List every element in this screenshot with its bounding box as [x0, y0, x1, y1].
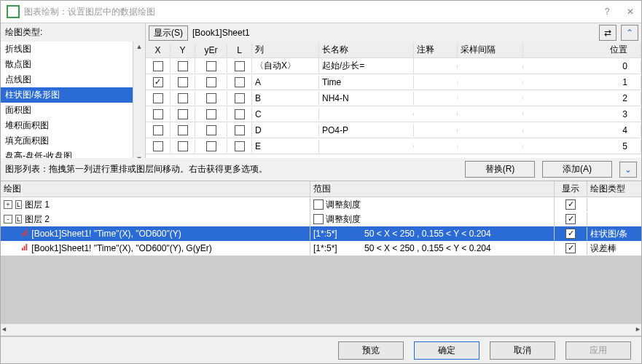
sheet-label: [Book1]Sheet1	[192, 28, 595, 38]
preview-button[interactable]: 预览	[338, 341, 404, 360]
expand-toggle[interactable]: +	[4, 200, 12, 209]
checkbox[interactable]	[153, 125, 163, 135]
show-checkbox[interactable]	[565, 199, 576, 210]
plot-type-item[interactable]: 点线图	[1, 72, 133, 87]
grid-row[interactable]: 〈自动X〉起始/步长=0	[146, 58, 641, 74]
data-panel: 显示(S) [Book1]Sheet1 ⇄ ⌃ X Y yEr L 列 长名称 …	[146, 23, 641, 158]
checkbox[interactable]	[178, 61, 188, 71]
layer-icon: L	[15, 215, 22, 223]
plot-type-item[interactable]: 面积图	[1, 103, 133, 118]
plot-icon	[21, 229, 29, 237]
svg-rect-1	[24, 232, 26, 236]
checkbox[interactable]	[206, 61, 216, 71]
show-checkbox[interactable]	[565, 229, 576, 239]
grid-row[interactable]: BNH4-N2	[146, 90, 641, 106]
checkbox[interactable]	[206, 77, 216, 87]
hdr-type[interactable]: 绘图类型	[587, 181, 641, 197]
plot-type-list[interactable]: 折线图散点图点线图柱状图/条形图面积图堆积面积图填充面积图盘高-盘低-收盘图	[1, 41, 133, 164]
hdr-show[interactable]: 显示	[555, 181, 587, 197]
hdr-plot[interactable]: 绘图	[1, 181, 310, 197]
col-y[interactable]: Y	[171, 44, 195, 57]
hdr-range[interactable]: 范围	[310, 181, 555, 197]
titlebar: 图表绘制：设置图层中的数据绘图 ? ✕	[1, 1, 641, 23]
checkbox[interactable]	[235, 109, 245, 119]
checkbox[interactable]	[206, 141, 216, 151]
collapse-icon[interactable]: ⌃	[621, 25, 638, 41]
plot-icon	[21, 243, 29, 251]
col-sampling[interactable]: 采样间隔	[458, 42, 523, 58]
col-x[interactable]: X	[146, 44, 171, 57]
close-button[interactable]: ✕	[625, 7, 635, 17]
apply-button[interactable]: 应用	[565, 341, 631, 360]
svg-rect-4	[24, 246, 26, 250]
checkbox[interactable]	[153, 109, 163, 119]
ok-button[interactable]: 确定	[414, 341, 479, 360]
col-longname[interactable]: 长名称	[319, 42, 414, 58]
checkbox[interactable]	[153, 141, 163, 151]
plot-list-label: 图形列表：拖拽第一列进行重排或图层间移动。右击获得更多选项。	[5, 163, 458, 175]
replace-button[interactable]: 替换(R)	[465, 161, 535, 178]
plot-type-panel: 绘图类型: 折线图散点图点线图柱状图/条形图面积图堆积面积图填充面积图盘高-盘低…	[1, 23, 146, 158]
footer: 预览 确定 取消 应用	[1, 336, 641, 363]
scroll-right-icon[interactable]: ►	[635, 324, 641, 336]
checkbox[interactable]	[235, 141, 245, 151]
checkbox[interactable]	[235, 125, 245, 135]
plot-type-item[interactable]: 填充面积图	[1, 133, 133, 149]
checkbox[interactable]	[178, 77, 188, 87]
scroll-left-icon[interactable]: ◄	[1, 324, 7, 336]
checkbox[interactable]	[235, 93, 245, 103]
checkbox[interactable]	[235, 61, 245, 71]
svg-rect-3	[22, 248, 23, 250]
checkbox[interactable]	[153, 61, 163, 71]
layer-row[interactable]: -L 图层 2 调整刻度	[1, 212, 641, 226]
layer-row[interactable]: +L 图层 1 调整刻度	[1, 197, 641, 212]
grid-row[interactable]: DPO4-P4	[146, 122, 641, 138]
help-button[interactable]: ?	[602, 7, 612, 17]
plot-type-item[interactable]: 柱状图/条形图	[1, 87, 133, 103]
scroll-up-icon[interactable]: ▲	[133, 41, 145, 52]
mid-bar: 图形列表：拖拽第一列进行重排或图层间移动。右击获得更多选项。 替换(R) 添加(…	[1, 158, 641, 181]
expand-toggle[interactable]: -	[4, 215, 12, 223]
adjust-checkbox[interactable]	[313, 214, 324, 224]
plot-entry[interactable]: [Book1]Sheet1! "Time"(X), "OD600"(Y)[1*:…	[1, 226, 641, 241]
plot-type-item[interactable]: 折线图	[1, 41, 133, 57]
h-scrollbar[interactable]: ◄ ►	[1, 323, 641, 336]
checkbox[interactable]	[178, 125, 188, 135]
checkbox[interactable]	[206, 93, 216, 103]
checkbox[interactable]	[178, 109, 188, 119]
expand-icon[interactable]: ⌄	[619, 162, 637, 178]
plot-list: 绘图 范围 显示 绘图类型 +L 图层 1 调整刻度-L 图层 2 调整刻度 […	[1, 181, 641, 336]
checkbox[interactable]	[153, 77, 163, 87]
grid-header: X Y yEr L 列 长名称 注释 采样间隔 位置	[146, 42, 641, 58]
checkbox[interactable]	[235, 77, 245, 87]
plot-type-scrollbar[interactable]: ▲ ▼	[133, 41, 145, 164]
col-name[interactable]: 列	[252, 42, 319, 58]
plot-type-label: 绘图类型:	[1, 23, 145, 41]
grid-row[interactable]: C3	[146, 106, 641, 122]
plot-list-header: 绘图 范围 显示 绘图类型	[1, 181, 641, 197]
show-button[interactable]: 显示(S)	[149, 25, 188, 41]
swap-icon[interactable]: ⇄	[599, 25, 616, 41]
plot-type-item[interactable]: 堆积面积图	[1, 118, 133, 133]
grid-row[interactable]: ATime1	[146, 74, 641, 90]
plot-type-item[interactable]: 散点图	[1, 57, 133, 72]
col-position[interactable]: 位置	[523, 42, 641, 58]
show-checkbox[interactable]	[565, 243, 576, 253]
checkbox[interactable]	[178, 141, 188, 151]
svg-rect-5	[26, 244, 27, 250]
show-checkbox[interactable]	[565, 214, 576, 224]
grid-row[interactable]: E5	[146, 138, 641, 154]
col-comment[interactable]: 注释	[414, 42, 458, 58]
cancel-button[interactable]: 取消	[490, 341, 555, 360]
checkbox[interactable]	[206, 109, 216, 119]
app-icon	[7, 5, 20, 18]
plot-entry[interactable]: [Book1]Sheet1! "Time"(X), "OD600"(Y), G(…	[1, 241, 641, 256]
adjust-checkbox[interactable]	[313, 199, 324, 210]
add-button[interactable]: 添加(A)	[542, 161, 612, 178]
svg-rect-0	[22, 233, 23, 236]
checkbox[interactable]	[178, 93, 188, 103]
col-l[interactable]: L	[227, 44, 252, 57]
checkbox[interactable]	[153, 93, 163, 103]
checkbox[interactable]	[206, 125, 216, 135]
col-yer[interactable]: yEr	[195, 44, 227, 57]
